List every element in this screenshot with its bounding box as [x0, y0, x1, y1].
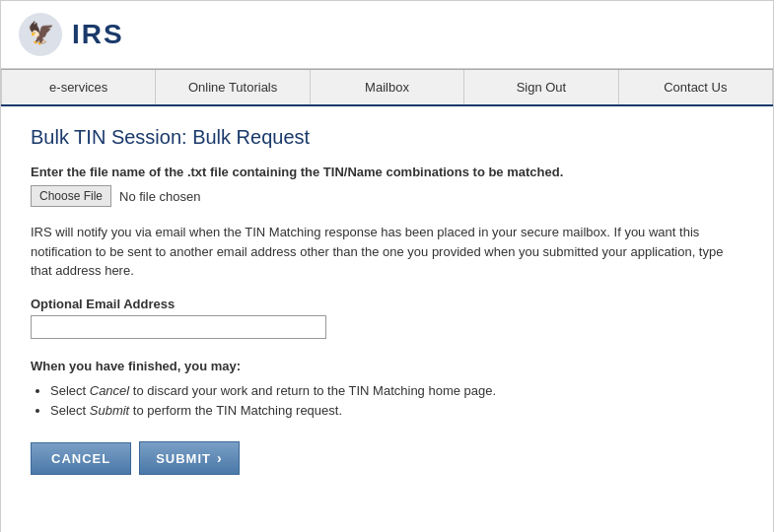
submit-arrow-icon: › [217, 450, 223, 466]
email-address-input[interactable] [31, 315, 326, 339]
instruction-cancel-prefix: Select [50, 383, 90, 398]
instruction-submit-prefix: Select [50, 403, 90, 418]
instruction-submit: Select Submit to perform the TIN Matchin… [50, 401, 743, 422]
logo-area: 🦅 IRS [17, 11, 124, 58]
instruction-submit-suffix: to perform the TIN Matching request. [129, 403, 342, 418]
nav-e-services[interactable]: e-services [1, 70, 156, 104]
header: 🦅 IRS [1, 1, 773, 69]
irs-logo-text: IRS [72, 19, 124, 50]
email-address-label: Optional Email Address [31, 297, 743, 311]
page-title: Bulk TIN Session: Bulk Request [31, 126, 743, 149]
no-file-label: No file chosen [119, 189, 200, 204]
notification-description: IRS will notify you via email when the T… [31, 223, 743, 281]
nav-contact-us[interactable]: Contact Us [619, 70, 773, 104]
nav-mailbox[interactable]: Mailbox [311, 70, 464, 104]
svg-text:🦅: 🦅 [28, 20, 55, 46]
main-nav: e-services Online Tutorials Mailbox Sign… [1, 69, 773, 106]
irs-eagle-icon: 🦅 [17, 11, 64, 58]
instruction-cancel-suffix: to discard your work and return to the T… [129, 383, 496, 398]
main-content: Bulk TIN Session: Bulk Request Enter the… [1, 106, 773, 495]
submit-button[interactable]: SUBMIT › [139, 441, 240, 475]
cancel-button[interactable]: CANCEL [31, 442, 131, 475]
choose-file-button[interactable]: Choose File [31, 185, 111, 207]
action-buttons: CANCEL SUBMIT › [31, 441, 743, 475]
instruction-cancel-link: Cancel [90, 383, 129, 398]
submit-button-label: SUBMIT [156, 451, 211, 466]
instructions-list: Select Cancel to discard your work and r… [50, 381, 743, 423]
when-finished-label: When you have finished, you may: [31, 359, 743, 373]
instruction-submit-link: Submit [90, 403, 129, 418]
instruction-cancel: Select Cancel to discard your work and r… [50, 381, 743, 402]
nav-sign-out[interactable]: Sign Out [464, 70, 618, 104]
nav-online-tutorials[interactable]: Online Tutorials [156, 70, 310, 104]
file-instruction-label: Enter the file name of the .txt file con… [31, 165, 743, 179]
file-input-row: Choose File No file chosen [31, 185, 743, 207]
